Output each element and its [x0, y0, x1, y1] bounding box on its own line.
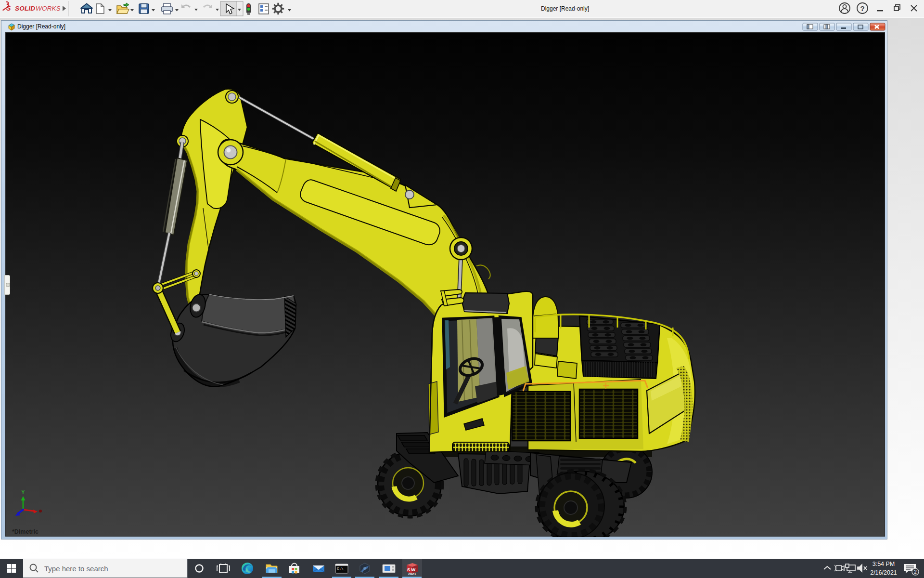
svg-text:3:54 PM: 3:54 PM	[873, 561, 895, 567]
svg-text:S: S	[6, 4, 11, 12]
svg-text:SOLID: SOLID	[15, 5, 35, 12]
svg-text:WORKS: WORKS	[36, 5, 61, 12]
svg-text:Y: Y	[22, 490, 25, 495]
svg-text:C:\_: C:\_	[337, 567, 346, 571]
svg-text:2: 2	[914, 569, 917, 575]
svg-text:2/16/2021: 2/16/2021	[870, 569, 897, 576]
svg-text:?: ?	[860, 4, 864, 13]
